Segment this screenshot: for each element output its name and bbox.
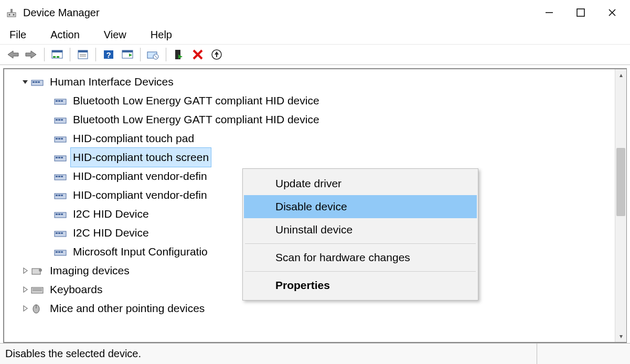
- ctx-separator: [245, 243, 476, 244]
- svg-rect-35: [35, 81, 37, 83]
- hid-device-icon: [54, 247, 67, 257]
- svg-rect-0: [7, 13, 16, 17]
- window-controls: [533, 0, 628, 25]
- status-pane: [537, 344, 630, 364]
- scroll-up-icon[interactable]: ▴: [615, 69, 627, 81]
- toolbar-separator: [70, 48, 70, 61]
- svg-marker-73: [24, 268, 27, 273]
- minimize-button[interactable]: [533, 0, 565, 25]
- mouse-category-icon: [30, 303, 44, 314]
- menubar: File Action View Help: [0, 25, 630, 44]
- svg-rect-39: [58, 100, 60, 102]
- status-text: Disables the selected device.: [5, 348, 141, 360]
- tree-label: HID-compliant vendor-defin: [70, 166, 210, 186]
- properties-button[interactable]: [74, 47, 91, 62]
- tree-device[interactable]: HID-compliant touch pad: [20, 129, 615, 148]
- menu-action[interactable]: Action: [46, 28, 84, 42]
- tree-label: Bluetooth Low Energy GATT compliant HID …: [70, 91, 322, 111]
- toolbar-separator: [95, 48, 96, 61]
- svg-rect-46: [56, 138, 58, 140]
- svg-rect-47: [58, 138, 60, 140]
- disable-device-button[interactable]: [189, 47, 206, 62]
- scan-hardware-button[interactable]: [119, 47, 136, 62]
- chevron-down-icon[interactable]: [20, 79, 30, 85]
- svg-rect-36: [38, 81, 40, 83]
- ctx-properties[interactable]: Properties: [244, 274, 477, 297]
- hid-device-icon: [54, 95, 67, 106]
- tree-device[interactable]: Bluetooth Low Energy GATT compliant HID …: [20, 91, 615, 110]
- scroll-down-icon[interactable]: ▾: [615, 330, 627, 342]
- tree-category-hid[interactable]: Human Interface Devices: [20, 72, 615, 91]
- svg-rect-63: [58, 213, 60, 215]
- help-button[interactable]: ?: [100, 47, 117, 62]
- menu-help[interactable]: Help: [146, 28, 176, 42]
- svg-rect-50: [56, 157, 58, 158]
- back-button[interactable]: [4, 47, 21, 62]
- svg-rect-5: [577, 9, 584, 16]
- hid-device-icon: [54, 209, 67, 219]
- svg-rect-70: [56, 251, 58, 253]
- menu-view[interactable]: View: [100, 28, 131, 42]
- enable-device-button[interactable]: [170, 47, 187, 62]
- menu-file[interactable]: File: [5, 28, 30, 42]
- svg-rect-1: [10, 9, 13, 13]
- svg-rect-13: [57, 56, 59, 58]
- hid-device-icon: [54, 114, 67, 125]
- svg-marker-80: [24, 306, 27, 311]
- update-driver-button[interactable]: [145, 47, 162, 62]
- svg-rect-54: [56, 176, 58, 177]
- hid-category-icon: [30, 77, 44, 87]
- svg-rect-58: [56, 195, 58, 196]
- svg-marker-8: [8, 51, 18, 58]
- svg-rect-52: [61, 157, 63, 158]
- ctx-uninstall-device[interactable]: Uninstall device: [244, 218, 477, 241]
- ctx-disable-device[interactable]: Disable device: [244, 195, 477, 218]
- svg-rect-68: [61, 232, 63, 234]
- hid-device-icon: [54, 228, 67, 238]
- tree-device-selected[interactable]: HID-compliant touch screen: [20, 148, 615, 167]
- tree-label: I2C HID Device: [70, 204, 152, 224]
- window-title: Device Manager: [23, 7, 533, 19]
- hid-device-icon: [54, 190, 67, 200]
- svg-rect-34: [33, 81, 35, 83]
- show-hide-console-button[interactable]: [49, 47, 66, 62]
- tree-label: Keyboards: [47, 280, 105, 299]
- vertical-scrollbar[interactable]: ▴ ▾: [615, 69, 626, 342]
- close-button[interactable]: [596, 0, 628, 25]
- svg-rect-42: [56, 119, 58, 121]
- svg-rect-72: [61, 251, 63, 253]
- tree-label: I2C HID Device: [70, 223, 152, 243]
- toolbar: ?: [0, 44, 630, 65]
- hid-device-icon: [54, 133, 67, 144]
- chevron-right-icon[interactable]: [20, 267, 30, 274]
- svg-text:?: ?: [106, 50, 111, 59]
- tree-label: Imaging devices: [47, 261, 132, 281]
- app-icon: [5, 6, 18, 19]
- chevron-right-icon[interactable]: [20, 305, 30, 312]
- svg-rect-60: [61, 195, 63, 196]
- tree-device[interactable]: Bluetooth Low Energy GATT compliant HID …: [20, 110, 615, 129]
- svg-rect-59: [58, 195, 60, 196]
- svg-marker-32: [23, 80, 28, 84]
- scroll-thumb[interactable]: [616, 148, 625, 216]
- svg-rect-56: [61, 176, 63, 177]
- svg-point-75: [39, 269, 42, 272]
- ctx-scan-hardware[interactable]: Scan for hardware changes: [244, 246, 477, 269]
- svg-rect-51: [58, 157, 60, 158]
- context-menu: Update driver Disable device Uninstall d…: [242, 168, 478, 301]
- svg-rect-67: [58, 232, 60, 234]
- maximize-button[interactable]: [565, 0, 596, 25]
- chevron-right-icon[interactable]: [20, 286, 30, 293]
- tree-label: HID-compliant vendor-defin: [70, 185, 210, 205]
- svg-rect-71: [58, 251, 60, 253]
- svg-rect-62: [56, 213, 58, 215]
- forward-button[interactable]: [23, 47, 40, 62]
- ctx-update-driver[interactable]: Update driver: [244, 172, 477, 195]
- tree-label: HID-compliant touch screen: [70, 147, 211, 167]
- svg-marker-9: [26, 51, 36, 58]
- uninstall-device-button[interactable]: [208, 47, 225, 62]
- svg-rect-44: [61, 119, 63, 121]
- toolbar-separator: [166, 48, 166, 61]
- imaging-category-icon: [30, 265, 44, 276]
- tree-category-mice[interactable]: Mice and other pointing devices: [20, 299, 615, 318]
